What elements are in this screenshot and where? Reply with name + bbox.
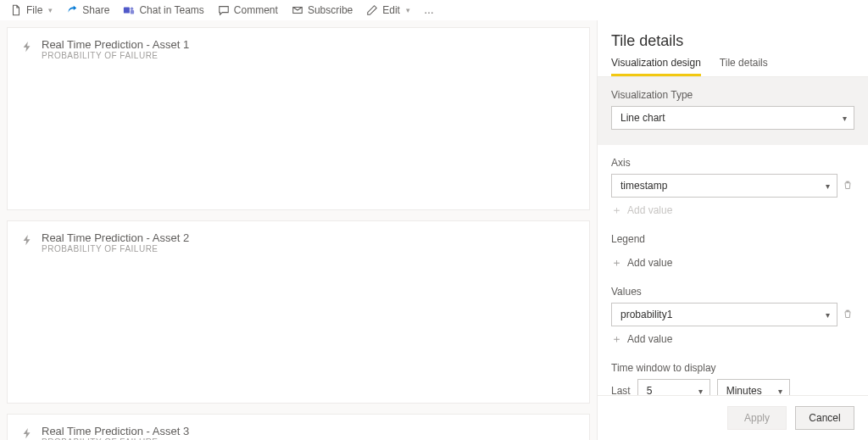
axis-label: Axis bbox=[611, 157, 854, 169]
cancel-button[interactable]: Cancel bbox=[795, 406, 854, 430]
time-unit-select[interactable]: Minutes ▾ bbox=[717, 379, 790, 395]
tile-details-panel: Tile details Visualization design Tile d… bbox=[597, 20, 868, 440]
tile-title: Real Time Prediction - Asset 1 bbox=[42, 38, 189, 51]
chevron-down-icon: ▾ bbox=[826, 310, 830, 320]
values-section: Values probability1 ▾ ＋ Add value bbox=[611, 286, 854, 347]
subscribe-label: Subscribe bbox=[308, 4, 353, 16]
add-value-label: Add value bbox=[627, 333, 672, 345]
chat-label: Chat in Teams bbox=[139, 4, 203, 16]
tile[interactable]: Real Time Prediction - Asset 2 PROBABILI… bbox=[7, 220, 590, 404]
tab-tile-details[interactable]: Tile details bbox=[720, 57, 768, 76]
file-menu[interactable]: File ▾ bbox=[5, 3, 58, 18]
chevron-down-icon: ▾ bbox=[826, 181, 830, 191]
mail-icon bbox=[292, 4, 303, 16]
tile-subtitle: PROBABILITY OF FAILURE bbox=[42, 244, 189, 253]
axis-value: timestamp bbox=[620, 180, 667, 192]
tile-subtitle: PROBABILITY OF FAILURE bbox=[42, 51, 189, 60]
values-add-value[interactable]: ＋ Add value bbox=[611, 331, 672, 347]
file-icon bbox=[10, 4, 22, 16]
ellipsis-icon: … bbox=[424, 4, 434, 16]
dashboard-canvas: Real Time Prediction - Asset 1 PROBABILI… bbox=[0, 20, 597, 440]
lightning-icon bbox=[21, 234, 33, 246]
visualization-type-label: Visualization Type bbox=[611, 89, 854, 101]
remove-axis-icon[interactable] bbox=[843, 180, 854, 192]
last-label: Last bbox=[611, 385, 631, 395]
visualization-type-value: Line chart bbox=[620, 112, 665, 124]
chevron-down-icon: ▾ bbox=[406, 6, 410, 14]
panel-tabs: Visualization design Tile details bbox=[598, 57, 868, 77]
plus-icon: ＋ bbox=[611, 203, 622, 218]
teams-icon bbox=[123, 4, 135, 16]
share-icon bbox=[66, 4, 78, 16]
share-label: Share bbox=[82, 4, 109, 16]
tile-body bbox=[8, 260, 589, 403]
time-window-section: Time window to display Last 5 ▾ Minutes … bbox=[611, 362, 854, 395]
axis-select[interactable]: timestamp ▾ bbox=[611, 174, 837, 198]
add-value-label: Add value bbox=[627, 257, 672, 269]
lightning-icon bbox=[21, 41, 33, 53]
remove-value-icon[interactable] bbox=[843, 309, 854, 320]
svg-rect-2 bbox=[131, 10, 134, 14]
add-value-label: Add value bbox=[627, 204, 672, 216]
time-amount-select[interactable]: 5 ▾ bbox=[637, 379, 710, 395]
svg-point-1 bbox=[131, 8, 134, 11]
edit-label: Edit bbox=[382, 4, 400, 16]
values-select[interactable]: probability1 ▾ bbox=[611, 303, 837, 326]
chevron-down-icon: ▾ bbox=[778, 387, 782, 396]
legend-section: Legend ＋ Add value bbox=[611, 233, 854, 270]
legend-label: Legend bbox=[611, 233, 854, 245]
chevron-down-icon: ▾ bbox=[843, 114, 847, 123]
pencil-icon bbox=[366, 4, 378, 16]
plus-icon: ＋ bbox=[611, 331, 622, 347]
tile[interactable]: Real Time Prediction - Asset 3 PROBABILI… bbox=[7, 414, 590, 440]
share-button[interactable]: Share bbox=[61, 3, 114, 18]
values-label: Values bbox=[611, 286, 854, 298]
axis-add-value: ＋ Add value bbox=[611, 203, 672, 218]
tile[interactable]: Real Time Prediction - Asset 1 PROBABILI… bbox=[7, 27, 590, 210]
panel-footer: Apply Cancel bbox=[598, 395, 868, 440]
legend-add-value[interactable]: ＋ Add value bbox=[611, 255, 672, 270]
plus-icon: ＋ bbox=[611, 255, 622, 270]
top-toolbar: File ▾ Share Chat in Teams Comment Sub bbox=[0, 0, 868, 20]
chevron-down-icon: ▾ bbox=[698, 387, 703, 396]
lightning-icon bbox=[21, 427, 33, 439]
time-amount-value: 5 bbox=[647, 385, 653, 395]
tab-visualization-design[interactable]: Visualization design bbox=[611, 57, 701, 76]
apply-button[interactable]: Apply bbox=[727, 406, 787, 430]
subscribe-button[interactable]: Subscribe bbox=[287, 3, 358, 18]
comment-label: Comment bbox=[234, 4, 278, 16]
time-window-label: Time window to display bbox=[611, 362, 854, 374]
svg-rect-0 bbox=[124, 8, 130, 14]
edit-button[interactable]: Edit ▾ bbox=[361, 3, 415, 18]
more-button[interactable]: … bbox=[419, 3, 439, 18]
file-label: File bbox=[26, 4, 42, 16]
comment-icon bbox=[218, 4, 230, 16]
visualization-type-select[interactable]: Line chart ▾ bbox=[611, 106, 854, 130]
tile-title: Real Time Prediction - Asset 2 bbox=[42, 231, 189, 244]
time-unit-value: Minutes bbox=[726, 385, 762, 395]
panel-title: Tile details bbox=[598, 20, 868, 57]
values-value: probability1 bbox=[620, 309, 672, 320]
chat-teams-button[interactable]: Chat in Teams bbox=[118, 3, 209, 18]
tile-body bbox=[8, 67, 589, 209]
tile-title: Real Time Prediction - Asset 3 bbox=[42, 425, 189, 437]
chevron-down-icon: ▾ bbox=[48, 6, 53, 14]
axis-section: Axis timestamp ▾ ＋ Add value bbox=[611, 157, 854, 218]
visualization-type-section: Visualization Type Line chart ▾ bbox=[598, 77, 868, 145]
comment-button[interactable]: Comment bbox=[213, 3, 283, 18]
